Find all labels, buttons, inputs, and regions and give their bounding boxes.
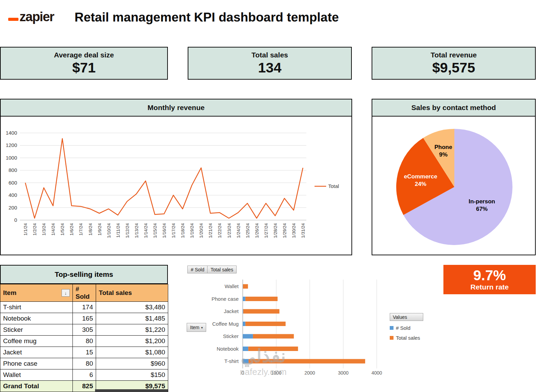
svg-text:1/2/24: 1/2/24 <box>32 223 37 235</box>
grand-total-sold: 825 <box>73 381 96 392</box>
pivot-legend: Values # Sold Total sales <box>390 313 431 341</box>
zapier-logo-mark-icon <box>8 18 18 21</box>
sales-by-contact-title: Sales by contact method <box>372 99 535 117</box>
svg-text:1/19/24: 1/19/24 <box>189 223 195 238</box>
kpi-card-average-deal-size: Average deal size $71 <box>0 47 168 80</box>
legend-entry-sold: # Sold <box>390 325 431 331</box>
svg-text:0: 0 <box>241 370 244 376</box>
svg-text:1/30/24: 1/30/24 <box>291 223 296 238</box>
sold-cell: 174 <box>73 302 96 313</box>
return-rate-card: 9.7% Return rate <box>443 265 536 294</box>
item-cell: Wallet <box>0 369 73 381</box>
item-cell: Coffee mug <box>0 336 73 347</box>
cutoff-partial-element <box>95 389 168 392</box>
zapier-logo-text: zapier <box>19 10 54 23</box>
monthly-revenue-title: Monthly revenue <box>1 99 351 117</box>
svg-text:1/9/24: 1/9/24 <box>97 223 102 235</box>
item-cell: Phone case <box>0 358 73 369</box>
kpi-label: Average deal size <box>54 51 114 59</box>
table-row: Jacket15$1,080 <box>0 347 168 358</box>
sales-cell: $1,485 <box>96 313 168 324</box>
table-row: Wallet6$150 <box>0 369 168 381</box>
svg-text:600: 600 <box>9 180 17 186</box>
sales-cell: $960 <box>96 358 168 369</box>
sold-cell: 165 <box>73 313 96 324</box>
sold-cell: 305 <box>73 324 96 336</box>
chevron-down-icon: ▾ <box>201 326 203 329</box>
svg-text:1/17/24: 1/17/24 <box>171 223 176 238</box>
grand-total-label: Grand Total <box>0 381 73 392</box>
svg-text:1/5/24: 1/5/24 <box>60 223 65 235</box>
return-rate-label: Return rate <box>470 283 509 291</box>
svg-text:1/6/24: 1/6/24 <box>69 223 74 235</box>
field-button-total-sales[interactable]: Total sales <box>207 266 237 273</box>
sold-swatch-icon <box>390 326 393 330</box>
item-cell: T-shirt <box>0 302 73 313</box>
svg-text:Sticker: Sticker <box>223 333 239 339</box>
item-cell: Notebook <box>0 313 73 324</box>
svg-text:1/24/24: 1/24/24 <box>236 223 241 238</box>
svg-text:Notebook: Notebook <box>217 346 239 352</box>
legend-label: # Sold <box>396 325 411 331</box>
svg-text:800: 800 <box>9 167 17 173</box>
svg-text:1/16/24: 1/16/24 <box>162 223 167 238</box>
table-row: Coffee mug80$1,200 <box>0 336 168 347</box>
svg-text:1000: 1000 <box>271 370 281 376</box>
kpi-value: $9,575 <box>432 60 475 76</box>
field-button-sold[interactable]: # Sold <box>187 266 208 273</box>
sales-cell: $3,480 <box>96 302 168 313</box>
kpi-label: Total sales <box>252 51 288 59</box>
column-header-total-sales: Total sales <box>96 284 168 302</box>
item-dropdown-button[interactable]: Item ▾ <box>187 323 206 332</box>
values-field-button[interactable]: Values <box>390 313 423 321</box>
sales-cell: $150 <box>96 369 168 381</box>
table-row: Sticker305$1,220 <box>0 324 168 336</box>
items-bar-chart: 01000200030004000WalletPhone caseJacketC… <box>185 264 390 380</box>
sales-cell: $1,080 <box>96 347 168 358</box>
svg-text:1/29/24: 1/29/24 <box>282 223 287 238</box>
svg-text:1/14/24: 1/14/24 <box>143 223 148 238</box>
item-cell: Jacket <box>0 347 73 358</box>
svg-text:0: 0 <box>14 217 17 223</box>
svg-text:1/18/24: 1/18/24 <box>180 223 185 238</box>
svg-text:Phone case: Phone case <box>212 296 239 302</box>
table-row: T-shirt174$3,480 <box>0 302 168 313</box>
top-selling-panel: Top-selling items Item ↓ # Sold Total sa… <box>0 265 168 392</box>
table-row: Notebook165$1,485 <box>0 313 168 324</box>
svg-text:Coffee Mug: Coffee Mug <box>212 321 239 327</box>
svg-text:1/20/24: 1/20/24 <box>199 223 204 238</box>
monthly-revenue-chart: 02004006008001000120014001/1/241/2/241/3… <box>1 117 351 255</box>
monthly-revenue-panel: Monthly revenue 020040060080010001200140… <box>0 99 352 255</box>
item-dropdown-label: Item <box>190 325 199 330</box>
column-header-sold: # Sold <box>73 284 96 302</box>
dashboard-page: zapier Retail management KPI dashboard t… <box>0 0 547 392</box>
svg-text:1/10/24: 1/10/24 <box>106 223 111 238</box>
svg-text:1/3/24: 1/3/24 <box>41 223 46 235</box>
sold-cell: 80 <box>73 336 96 347</box>
sales-cell: $1,220 <box>96 324 168 336</box>
top-selling-table: Item ↓ # Sold Total sales T-shirt174$3,4… <box>0 284 168 392</box>
total-sales-swatch-icon <box>390 336 393 340</box>
svg-text:1/1/24: 1/1/24 <box>23 223 28 235</box>
table-header-row: Item ↓ # Sold Total sales <box>0 284 168 302</box>
return-rate-value: 9.7% <box>473 268 506 283</box>
svg-text:1/27/24: 1/27/24 <box>264 223 269 238</box>
svg-text:1/15/24: 1/15/24 <box>152 223 158 238</box>
svg-text:1/12/24: 1/12/24 <box>125 223 130 238</box>
sales-cell: $1,200 <box>96 336 168 347</box>
pivot-chart-area: 01000200030004000WalletPhone caseJacketC… <box>185 264 390 385</box>
svg-text:Wallet: Wallet <box>225 283 239 289</box>
item-cell: Sticker <box>0 324 73 336</box>
kpi-card-total-sales: Total sales 134 <box>188 47 352 80</box>
legend-entry-total-sales: Total sales <box>390 335 431 341</box>
svg-text:1/4/24: 1/4/24 <box>51 223 56 235</box>
svg-text:Jacket: Jacket <box>224 308 239 314</box>
svg-text:1000: 1000 <box>6 155 17 161</box>
top-selling-title: Top-selling items <box>0 265 168 284</box>
svg-text:400: 400 <box>9 192 17 198</box>
svg-text:1/25/24: 1/25/24 <box>245 223 250 238</box>
svg-text:1200: 1200 <box>6 142 17 148</box>
sort-filter-icon[interactable]: ↓ <box>62 289 70 297</box>
table-row: Phone case80$960 <box>0 358 168 369</box>
svg-text:1/21/24: 1/21/24 <box>208 223 213 238</box>
